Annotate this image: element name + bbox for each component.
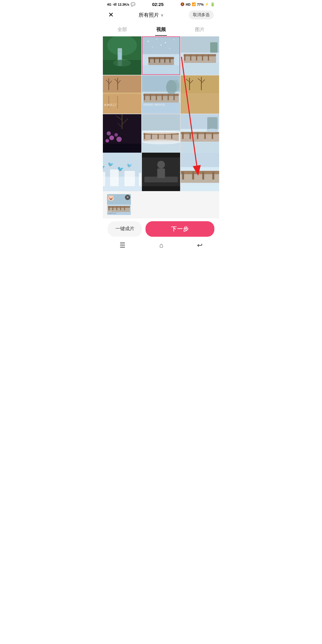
media-cell-5[interactable]: 00:14 早和惊鸿一栀何水清... bbox=[142, 75, 180, 114]
back-icon[interactable]: ↩ bbox=[197, 242, 202, 249]
svg-rect-29 bbox=[196, 55, 197, 61]
selected-tray: 🐷 ✕ 00:17 bbox=[103, 191, 219, 218]
svg-rect-130 bbox=[108, 206, 130, 208]
svg-rect-95 bbox=[197, 133, 199, 139]
svg-rect-122 bbox=[192, 172, 194, 179]
bottom-action-bar: 一键成片 下一步 bbox=[103, 218, 219, 240]
next-step-button[interactable]: 下一步 bbox=[145, 221, 214, 237]
svg-point-100 bbox=[206, 129, 218, 132]
status-left: 4G ·ıll 12.3K/s 💬 bbox=[107, 2, 135, 7]
svg-rect-93 bbox=[182, 133, 184, 139]
media-cell-7[interactable]: 00:50 bbox=[103, 114, 141, 153]
svg-rect-81 bbox=[144, 133, 145, 139]
media-cell-6[interactable]: 00:07 bbox=[181, 75, 219, 114]
svg-point-21 bbox=[160, 44, 162, 46]
svg-rect-76 bbox=[103, 144, 141, 153]
svg-rect-11 bbox=[154, 58, 155, 63]
svg-text:🐦: 🐦 bbox=[108, 162, 114, 167]
svg-rect-54 bbox=[174, 94, 175, 100]
signal-bars: ·ıll bbox=[113, 2, 117, 7]
battery-label: 77% bbox=[197, 3, 204, 6]
svg-rect-134 bbox=[116, 206, 117, 210]
auto-edit-button[interactable]: 一键成片 bbox=[108, 221, 142, 237]
close-button[interactable]: ✕ bbox=[108, 12, 114, 18]
svg-rect-33 bbox=[210, 42, 218, 53]
svg-text:🐦: 🐦 bbox=[103, 164, 106, 171]
media-grid: 00:06 1 🐷 00:17 bbox=[103, 36, 219, 153]
svg-point-114 bbox=[157, 161, 165, 168]
media-cell-12[interactable] bbox=[181, 153, 219, 191]
title-area[interactable]: 所有照片 ∨ bbox=[139, 12, 164, 18]
charging-icon: ⚡ bbox=[205, 2, 209, 6]
tab-video[interactable]: 视频 bbox=[142, 25, 180, 36]
media-cell-4[interactable]: 00:51 ⚙格式工厂 bbox=[103, 75, 141, 114]
svg-rect-108 bbox=[110, 169, 119, 186]
tray-thumb-1[interactable]: 🐷 ✕ 00:17 bbox=[107, 194, 131, 215]
media-grid-container: 00:06 1 🐷 00:17 bbox=[103, 36, 219, 191]
svg-rect-98 bbox=[181, 142, 219, 153]
tab-all[interactable]: 全部 bbox=[103, 25, 142, 36]
media-cell-1[interactable]: 00:06 bbox=[103, 36, 141, 75]
svg-point-71 bbox=[106, 139, 109, 143]
media-cell-2[interactable]: 1 🐷 00:17 bbox=[142, 36, 180, 75]
svg-rect-115 bbox=[157, 168, 165, 178]
top-nav: ✕ 所有照片 ∨ 取消多选 bbox=[103, 8, 219, 22]
wifi-icon: 📶 bbox=[192, 2, 196, 6]
svg-rect-83 bbox=[157, 133, 159, 139]
svg-rect-121 bbox=[182, 172, 184, 179]
tray-duration-1: 00:17 bbox=[108, 210, 117, 214]
status-time: 02:25 bbox=[152, 2, 163, 7]
media-grid-partial-row: 🐦 🐦 🐦 🐦 bbox=[103, 153, 219, 191]
status-bar: 4G ·ıll 12.3K/s 💬 02:25 🔕 HD 📶 77% ⚡ 🔋 bbox=[103, 0, 219, 8]
media-cell-9[interactable]: 00:30 bbox=[181, 114, 219, 153]
watermark-4: ⚙格式工厂 bbox=[104, 103, 118, 107]
svg-rect-99 bbox=[207, 117, 218, 131]
svg-rect-136 bbox=[124, 206, 125, 210]
svg-point-17 bbox=[156, 39, 157, 40]
svg-rect-84 bbox=[164, 133, 165, 139]
svg-rect-26 bbox=[184, 56, 216, 63]
svg-rect-133 bbox=[112, 206, 113, 210]
svg-rect-13 bbox=[164, 58, 165, 63]
signal-label: 4G bbox=[107, 3, 112, 6]
album-title: 所有照片 bbox=[139, 12, 159, 18]
svg-rect-15 bbox=[143, 65, 180, 74]
svg-rect-82 bbox=[151, 133, 152, 139]
media-cell-10[interactable]: 🐦 🐦 🐦 🐦 bbox=[103, 153, 141, 191]
cancel-multi-select-button[interactable]: 取消多选 bbox=[189, 10, 214, 19]
battery-icon: 🔋 bbox=[210, 2, 215, 7]
svg-rect-52 bbox=[162, 94, 163, 100]
svg-rect-85 bbox=[171, 133, 172, 139]
tab-image[interactable]: 图片 bbox=[180, 25, 219, 36]
svg-text:🐦: 🐦 bbox=[127, 163, 132, 168]
svg-point-57 bbox=[172, 80, 179, 92]
svg-point-16 bbox=[148, 41, 149, 42]
svg-rect-109 bbox=[124, 171, 135, 186]
svg-rect-135 bbox=[120, 206, 121, 210]
home-icon[interactable]: ⌂ bbox=[159, 242, 163, 249]
svg-point-69 bbox=[107, 131, 111, 136]
svg-point-88 bbox=[142, 131, 180, 134]
svg-rect-51 bbox=[156, 94, 157, 100]
menu-icon[interactable]: ☰ bbox=[120, 242, 126, 249]
tray-remove-button[interactable]: ✕ bbox=[125, 195, 130, 200]
media-cell-11[interactable] bbox=[142, 153, 180, 191]
svg-rect-132 bbox=[109, 206, 109, 210]
svg-point-67 bbox=[109, 136, 114, 140]
svg-rect-107 bbox=[103, 172, 105, 186]
svg-rect-25 bbox=[184, 54, 216, 56]
svg-rect-59 bbox=[181, 93, 219, 114]
tab-bar: 全部 视频 图片 bbox=[103, 22, 219, 36]
svg-rect-53 bbox=[168, 94, 169, 100]
media-cell-8[interactable]: 00:14 bbox=[142, 114, 180, 153]
svg-rect-28 bbox=[190, 55, 191, 61]
svg-point-18 bbox=[165, 42, 166, 43]
svg-rect-27 bbox=[184, 55, 185, 61]
svg-rect-50 bbox=[150, 94, 151, 100]
svg-rect-123 bbox=[202, 172, 204, 179]
home-bar: ☰ ⌂ ↩ bbox=[103, 240, 219, 252]
wechat-icon: 💬 bbox=[131, 2, 135, 7]
media-cell-3[interactable]: 00:17 bbox=[181, 36, 219, 75]
svg-rect-10 bbox=[149, 58, 150, 63]
svg-rect-5 bbox=[103, 60, 141, 75]
